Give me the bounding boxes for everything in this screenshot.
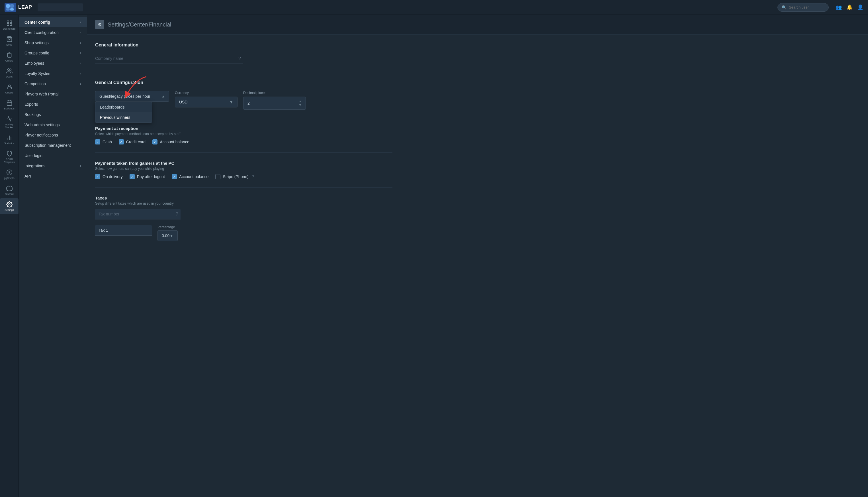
- sidebar-item-discord[interactable]: Discord: [0, 182, 18, 198]
- general-config-title: General Configuration: [95, 80, 393, 85]
- on-delivery-checkbox[interactable]: ✓: [95, 174, 100, 179]
- sidebar-item-gdpr[interactable]: GDPR Requests: [0, 147, 18, 167]
- sidebar-item-dashboard[interactable]: Dashboard: [0, 17, 18, 33]
- stripe-phone-checkbox[interactable]: [215, 174, 220, 179]
- percentage-dropdown[interactable]: 0.00 ▼: [158, 230, 178, 241]
- logo-icon: [4, 3, 16, 12]
- sidebar-label-statistics: Statistics: [4, 142, 14, 145]
- svg-rect-5: [10, 21, 11, 23]
- sidebar-label-activity: Activity Tracker: [2, 123, 17, 129]
- nav-employees[interactable]: Employees ›: [19, 58, 87, 68]
- search-bar[interactable]: 🔍: [777, 3, 829, 12]
- percentage-value: 0.00: [162, 233, 170, 238]
- decimal-dropdown[interactable]: 2 ▲▼: [243, 97, 306, 110]
- nav-label-bookings: Bookings: [25, 112, 41, 117]
- dropdown-item-leaderboards-label: Leaderboards: [100, 105, 124, 110]
- nav-label-groups-config: Groups config: [25, 51, 49, 55]
- title-prefix: Settings/: [108, 22, 130, 28]
- nav-label-user-login: User login: [25, 153, 42, 158]
- checkbox-stripe-phone[interactable]: Stripe (Phone) ?: [215, 174, 254, 179]
- checkbox-cash[interactable]: ✓ Cash: [95, 139, 112, 144]
- stripe-help-icon: ?: [252, 174, 254, 179]
- nav-client-config[interactable]: Client configuration ›: [19, 27, 87, 38]
- nav-loyalty[interactable]: Loyalty System ›: [19, 68, 87, 79]
- sidebar-item-ggcrypto[interactable]: ggCrypto: [0, 167, 18, 182]
- title-main: Center/Financial: [130, 22, 172, 28]
- currency-dropdown[interactable]: USD ▼: [175, 97, 237, 108]
- price-dropdown[interactable]: Guest/legacy prices per hour ▲: [95, 91, 169, 102]
- logo[interactable]: LEAP: [4, 3, 32, 12]
- dropdown-item-leaderboards[interactable]: Leaderboards: [95, 102, 152, 112]
- search-input[interactable]: [789, 5, 823, 10]
- nav-label-loyalty: Loyalty System: [25, 71, 52, 76]
- sidebar-item-shop[interactable]: Shop: [0, 33, 18, 49]
- payment-reception-methods: ✓ Cash ✓ Credit card ✓ Account balance: [95, 139, 393, 144]
- chevron-right-icon: ›: [80, 41, 81, 45]
- account-balance-gamers-label: Account balance: [179, 174, 209, 179]
- users-icon[interactable]: 👥: [836, 4, 842, 11]
- sidebar-label-orders: Orders: [5, 59, 13, 62]
- sidebar-item-guests[interactable]: Guests: [0, 81, 18, 97]
- chevron-right-icon: ›: [80, 164, 81, 168]
- tax-number-input[interactable]: [95, 209, 180, 219]
- tax-number-wrapper: ?: [95, 209, 180, 219]
- svg-rect-16: [7, 101, 12, 106]
- search-icon: 🔍: [782, 5, 786, 10]
- pay-after-logout-checkbox[interactable]: ✓: [130, 174, 135, 179]
- sidebar-item-activity[interactable]: Activity Tracker: [0, 113, 18, 132]
- sidebar-item-orders[interactable]: Orders: [0, 49, 18, 65]
- on-delivery-label: On delivery: [103, 174, 123, 179]
- logo-text: LEAP: [18, 4, 32, 10]
- checkbox-credit-card[interactable]: ✓ Credit card: [119, 139, 146, 144]
- bell-icon[interactable]: 🔔: [847, 4, 853, 11]
- nav-label-competition: Competition: [25, 82, 46, 86]
- nav-bookings[interactable]: Bookings: [19, 110, 87, 120]
- dropdown-item-previous-winners[interactable]: Previous winners: [95, 112, 152, 123]
- nav-shop-settings[interactable]: Shop settings ›: [19, 38, 87, 48]
- nav-label-center-config: Center config: [25, 20, 50, 25]
- payment-gamers-section: Payments taken from gamers at the PC Sel…: [95, 161, 393, 179]
- credit-card-checkbox[interactable]: ✓: [119, 139, 124, 144]
- nav-web-admin[interactable]: Web-admin settings: [19, 120, 87, 130]
- sidebar-item-statistics[interactable]: Statistics: [0, 132, 18, 147]
- nav-integrations[interactable]: Integrations ›: [19, 161, 87, 171]
- checkbox-pay-after-logout[interactable]: ✓ Pay after logout: [130, 174, 165, 179]
- checkbox-on-delivery[interactable]: ✓ On delivery: [95, 174, 123, 179]
- sidebar-item-bookings[interactable]: Bookings: [0, 97, 18, 113]
- nav-groups-config[interactable]: Groups config ›: [19, 48, 87, 58]
- nav-subscription[interactable]: Subscription management: [19, 140, 87, 151]
- nav-player-notif[interactable]: Player notifications: [19, 130, 87, 140]
- account-icon[interactable]: 👤: [857, 4, 864, 11]
- sidebar-item-settings[interactable]: Settings: [0, 198, 18, 214]
- svg-rect-3: [10, 8, 14, 11]
- page-title: Settings/Center/Financial: [108, 22, 171, 28]
- payment-reception-title: Payment at reception: [95, 126, 393, 131]
- account-balance-reception-checkbox[interactable]: ✓: [152, 139, 158, 144]
- nav-user-login[interactable]: User login: [19, 151, 87, 161]
- account-balance-gamers-checkbox[interactable]: ✓: [172, 174, 177, 179]
- checkbox-account-balance-reception[interactable]: ✓ Account balance: [152, 139, 189, 144]
- header-icon: ⚙: [95, 20, 104, 29]
- content-header: ⚙ Settings/Center/Financial: [87, 15, 868, 34]
- nav-competition[interactable]: Competition ›: [19, 79, 87, 89]
- topbar: LEAP 🔍 👥 🔔 👤: [0, 0, 868, 15]
- tax-number-input-row: ?: [95, 209, 180, 219]
- tax1-input[interactable]: [95, 225, 152, 236]
- caret-icons: ▲▼: [299, 100, 301, 106]
- chevron-right-icon: ›: [80, 20, 81, 24]
- sidebar-item-users[interactable]: Users: [0, 65, 18, 81]
- percentage-caret-icon: ▼: [170, 233, 173, 238]
- topbar-icon-group: 👥 🔔 👤: [836, 4, 864, 11]
- nav-api[interactable]: API: [19, 171, 87, 181]
- nav-center-config[interactable]: Center config ›: [19, 17, 87, 27]
- currency-label: Currency: [175, 91, 237, 95]
- svg-rect-9: [9, 53, 10, 54]
- nav-players-web[interactable]: Players Web Portal: [19, 89, 87, 99]
- company-name-input[interactable]: [95, 53, 243, 64]
- checkbox-account-balance-gamers[interactable]: ✓ Account balance: [172, 174, 209, 179]
- svg-rect-7: [10, 24, 11, 25]
- cash-checkbox[interactable]: ✓: [95, 139, 100, 144]
- currency-value: USD: [179, 100, 188, 104]
- price-dropdown-label: Guest/legacy prices per hour: [99, 94, 150, 99]
- nav-exports[interactable]: Exports: [19, 99, 87, 110]
